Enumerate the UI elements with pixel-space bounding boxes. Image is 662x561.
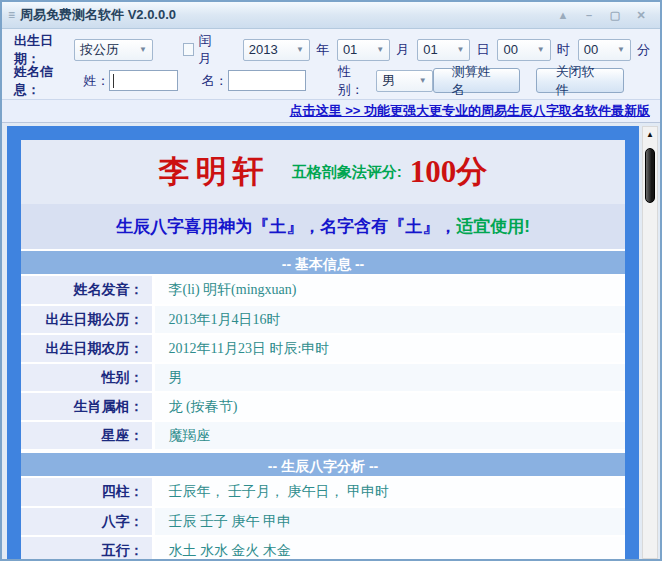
- day-select[interactable]: 01 ▼: [417, 39, 470, 61]
- year-value: 2013: [249, 42, 278, 57]
- pin-button[interactable]: ▲: [550, 5, 576, 25]
- name-info-row: 姓名信息： 姓： 名： 性别： 男 ▼ 测算姓名 关闭软件: [14, 65, 650, 96]
- chevron-down-icon: ▼: [376, 45, 384, 54]
- given-name-label: 名：: [202, 72, 228, 90]
- section-header-bazi-analysis: -- 生辰八字分析 --: [21, 451, 625, 478]
- text-caret: [113, 74, 114, 88]
- info-row-label: 星座：: [21, 421, 153, 450]
- info-row-label: 五行：: [21, 536, 153, 559]
- info-row-value: 龙 (按春节): [153, 392, 625, 421]
- info-row-label: 出生日期公历：: [21, 305, 153, 334]
- gender-select[interactable]: 男 ▼: [376, 70, 433, 92]
- info-row-value: 男: [153, 363, 625, 392]
- month-unit: 月: [396, 41, 409, 59]
- minute-value: 00: [584, 42, 598, 57]
- hour-value: 00: [503, 42, 517, 57]
- info-row-value: 2013年1月4日16时: [153, 305, 625, 334]
- table-row: 生肖属相： 龙 (按春节): [21, 392, 625, 421]
- table-row: 八字： 壬辰 壬子 庚午 甲申: [21, 507, 625, 536]
- info-row-label: 生肖属相：: [21, 392, 153, 421]
- score-label: 五格剖象法评分:: [292, 163, 402, 182]
- info-row-label: 四柱：: [21, 478, 153, 507]
- info-row-value: 壬辰 壬子 庚午 甲申: [153, 507, 625, 536]
- gender-label: 性别：: [338, 63, 376, 99]
- info-row-value: 李(li) 明轩(mingxuan): [153, 276, 625, 305]
- year-select[interactable]: 2013 ▼: [243, 39, 310, 61]
- table-row: 姓名发音： 李(li) 明轩(mingxuan): [21, 276, 625, 305]
- table-row: 性别： 男: [21, 363, 625, 392]
- table-row: 五行： 水土 水水 金火 木金: [21, 536, 625, 559]
- info-row-label: 八字：: [21, 507, 153, 536]
- calculate-name-button[interactable]: 测算姓名: [433, 68, 521, 93]
- surname-label: 姓：: [83, 72, 109, 90]
- gender-value: 男: [382, 72, 395, 90]
- chevron-down-icon: ▼: [457, 45, 465, 54]
- promo-link[interactable]: 点击这里 >> 功能更强大更专业的周易生辰八字取名软件最新版: [290, 102, 650, 120]
- score-value: 100分: [410, 151, 488, 193]
- info-row-value: 壬辰年， 壬子月， 庚午日， 甲申时: [153, 478, 625, 507]
- scrollbar-thumb[interactable]: [645, 148, 655, 203]
- info-row-label: 性别：: [21, 363, 153, 392]
- table-row: 四柱： 壬辰年， 壬子月， 庚午日， 甲申时: [21, 478, 625, 507]
- chevron-down-icon: ▼: [419, 76, 427, 85]
- chevron-down-icon: ▼: [296, 45, 304, 54]
- table-row: 出生日期公历： 2013年1月4日16时: [21, 305, 625, 334]
- chevron-down-icon: ▼: [617, 45, 625, 54]
- name-info-label: 姓名信息：: [14, 63, 77, 99]
- hour-unit: 时: [557, 41, 570, 59]
- info-row-label: 姓名发音：: [21, 276, 153, 305]
- info-row-value: 魔羯座: [153, 421, 625, 450]
- app-window: ≡ 周易免费测名软件 V2.0.0.0 ▲ – ▢ ✕ 出生日期： 按公历 ▼ …: [0, 0, 662, 561]
- surname-input[interactable]: [109, 70, 177, 91]
- suitability-message: 生辰八字喜用神为『土』，名字含有『土』， 适宜使用!: [21, 204, 625, 249]
- title-bar[interactable]: ≡ 周易免费测名软件 V2.0.0.0 ▲ – ▢ ✕: [2, 2, 660, 29]
- info-row-value: 2012年11月23日 时辰:申时: [153, 334, 625, 363]
- name-score-banner: 李明轩 五格剖象法评分: 100分: [21, 140, 625, 204]
- leap-month-label: 闰月: [198, 32, 220, 68]
- basic-info-table: 姓名发音： 李(li) 明轩(mingxuan) 出生日期公历： 2013年1月…: [21, 276, 625, 451]
- year-unit: 年: [316, 41, 329, 59]
- chevron-down-icon: ▼: [139, 45, 147, 54]
- minute-unit: 分: [637, 41, 650, 59]
- day-unit: 日: [476, 41, 489, 59]
- table-row: 星座： 魔羯座: [21, 421, 625, 450]
- close-software-button[interactable]: 关闭软件: [536, 68, 624, 93]
- result-page: 李明轩 五格剖象法评分: 100分 生辰八字喜用神为『土』，名字含有『土』， 适…: [7, 126, 639, 559]
- window-title: 周易免费测名软件 V2.0.0.0: [20, 6, 176, 24]
- table-row: 出生日期农历： 2012年11月23日 时辰:申时: [21, 334, 625, 363]
- window-controls: ▲ – ▢ ✕: [550, 5, 654, 25]
- minute-select[interactable]: 00 ▼: [578, 39, 631, 61]
- input-form: 出生日期： 按公历 ▼ 闰月 2013 ▼ 年 01 ▼ 月 01 ▼ 日: [2, 29, 660, 99]
- result-name: 李明轩: [159, 151, 270, 193]
- maximize-button[interactable]: ▢: [602, 5, 628, 25]
- promo-link-bar: 点击这里 >> 功能更强大更专业的周易生辰八字取名软件最新版: [2, 99, 660, 123]
- info-row-label: 出生日期农历：: [21, 334, 153, 363]
- info-row-value: 水土 水水 金火 木金: [153, 536, 625, 559]
- app-icon: ≡: [8, 8, 15, 22]
- vertical-scrollbar[interactable]: ▲: [642, 126, 658, 559]
- bazi-analysis-table: 四柱： 壬辰年， 壬子月， 庚午日， 甲申时 八字： 壬辰 壬子 庚午 甲申 五…: [21, 478, 625, 559]
- month-value: 01: [343, 42, 357, 57]
- message-ok: 适宜使用!: [456, 215, 530, 238]
- close-button[interactable]: ✕: [628, 5, 654, 25]
- calendar-type-value: 按公历: [80, 41, 119, 59]
- scroll-up-icon[interactable]: ▲: [643, 127, 657, 142]
- hour-select[interactable]: 00 ▼: [497, 39, 550, 61]
- given-name-input[interactable]: [228, 70, 306, 91]
- section-header-basic-info: -- 基本信息 --: [21, 249, 625, 276]
- month-select[interactable]: 01 ▼: [337, 39, 390, 61]
- day-value: 01: [423, 42, 437, 57]
- message-main: 生辰八字喜用神为『土』，名字含有『土』，: [116, 215, 456, 238]
- calendar-type-select[interactable]: 按公历 ▼: [74, 39, 153, 61]
- chevron-down-icon: ▼: [537, 45, 545, 54]
- birth-date-row: 出生日期： 按公历 ▼ 闰月 2013 ▼ 年 01 ▼ 月 01 ▼ 日: [14, 34, 650, 65]
- leap-month-checkbox[interactable]: [183, 43, 194, 56]
- result-region: 李明轩 五格剖象法评分: 100分 生辰八字喜用神为『土』，名字含有『土』， 适…: [2, 123, 660, 559]
- minimize-button[interactable]: –: [576, 5, 602, 25]
